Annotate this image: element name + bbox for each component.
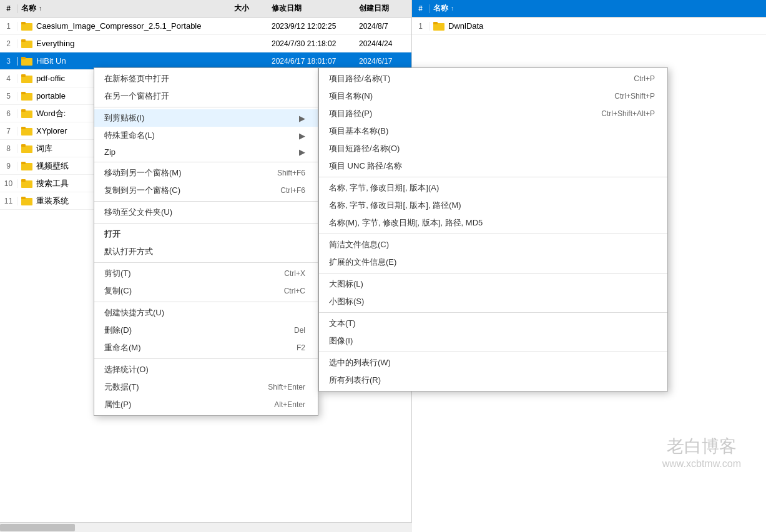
menu-item-move-parent[interactable]: 移动至父文件夹(U): [94, 204, 318, 221]
row-mod: 2024/7/30 21:18:02: [268, 39, 355, 48]
row-num: 7: [0, 127, 17, 135]
submenu-item-selected-rows[interactable]: 选中的列表行(W): [319, 354, 667, 372]
folder-icon: [21, 179, 32, 188]
menu-item-delete[interactable]: 删除(D) Del: [94, 322, 318, 339]
submenu-item-name-bytes-date-ver[interactable]: 名称, 字节, 修改日期[, 版本](A): [319, 179, 667, 197]
row-mod: 2023/9/12 12:02:25: [268, 22, 355, 31]
horizontal-scrollbar[interactable]: [0, 522, 412, 532]
submenu-arrow-icon: ▶: [299, 114, 305, 123]
clipboard-submenu: 项目路径/名称(T) Ctrl+P 项目名称(N) Ctrl+Shift+P 项…: [318, 67, 668, 392]
submenu-item-path[interactable]: 项目路径(P) Ctrl+Shift+Alt+P: [319, 105, 667, 122]
row-num: 3: [0, 57, 17, 66]
submenu-item-extended-info[interactable]: 扩展的文件信息(E): [319, 254, 667, 271]
row-num: 5: [0, 92, 17, 101]
svg-rect-18: [21, 162, 26, 164]
header-size[interactable]: 大小: [230, 3, 268, 14]
submenu-item-large-icon[interactable]: 大图标(L): [319, 275, 667, 293]
menu-item-rename[interactable]: 重命名(M) F2: [94, 339, 318, 357]
row-name: Everything: [17, 39, 230, 48]
folder-icon: [21, 91, 32, 101]
header-name[interactable]: 名称 ↑: [17, 3, 230, 14]
menu-item-properties[interactable]: 属性(P) Alt+Enter: [94, 396, 318, 413]
header-num: #: [0, 4, 17, 13]
watermark-line1: 老白博客: [662, 435, 741, 458]
header-create[interactable]: 创建日期: [355, 3, 411, 14]
submenu-item-all-rows[interactable]: 所有列表行(R): [319, 372, 667, 389]
submenu-item-path-name[interactable]: 项目路径/名称(T) Ctrl+P: [319, 70, 667, 87]
menu-item-clipboard[interactable]: 到剪贴板(I) ▶: [94, 109, 318, 127]
folder-icon: [21, 39, 32, 48]
watermark-line2: www.xcbtmw.com: [662, 458, 741, 470]
submenu-item-text[interactable]: 文本(T): [319, 315, 667, 332]
table-row[interactable]: 2 Everything 2024/7/30 21:18:02 2024/4/2…: [0, 35, 411, 52]
folder-icon: [21, 144, 32, 153]
menu-item-metadata[interactable]: 元数据(T) Shift+Enter: [94, 378, 318, 396]
submenu-arrow-icon: ▶: [299, 147, 305, 157]
submenu-item-name[interactable]: 项目名称(N) Ctrl+Shift+P: [319, 87, 667, 105]
menu-item-default-open[interactable]: 默认打开方式: [94, 243, 318, 260]
row-create: 2024/8/7: [355, 22, 411, 31]
right-header-name[interactable]: 名称 ↑: [430, 3, 766, 14]
menu-item-zip[interactable]: Zip ▶: [94, 144, 318, 160]
menu-item-select-stats[interactable]: 选择统计(O): [94, 361, 318, 378]
row-name: HiBit Un: [17, 56, 230, 66]
submenu-item-simple-info[interactable]: 简洁文件信息(C): [319, 236, 667, 254]
svg-rect-24: [433, 22, 438, 24]
row-num: 11: [0, 197, 17, 205]
context-menu: 在新标签页中打开 在另一个窗格打开 到剪贴板(I) ▶ 特殊重命名(L) ▶ Z…: [94, 67, 318, 416]
folder-icon: [21, 56, 32, 66]
submenu-item-small-icon[interactable]: 小图标(S): [319, 293, 667, 310]
svg-rect-12: [21, 109, 26, 112]
submenu-item-unc-path[interactable]: 项目 UNC 路径/名称: [319, 157, 667, 175]
scrollbar-thumb[interactable]: [0, 524, 75, 531]
menu-item-move-pane[interactable]: 移动到另一个窗格(M) Shift+F6: [94, 164, 318, 182]
submenu-item-image[interactable]: 图像(I): [319, 332, 667, 350]
left-table-header: # 名称 ↑ 大小 修改日期 创建日期: [0, 0, 411, 17]
separator: [94, 262, 318, 263]
separator: [319, 273, 667, 273]
row-num: 4: [0, 74, 17, 83]
svg-rect-14: [21, 127, 26, 129]
separator: [319, 352, 667, 352]
row-num: 9: [0, 162, 17, 170]
sort-arrow-name: ↑: [39, 5, 42, 12]
menu-item-copy[interactable]: 复制(C) Ctrl+C: [94, 282, 318, 300]
separator: [94, 201, 318, 202]
submenu-arrow-icon: ▶: [299, 131, 305, 140]
submenu-item-name-bytes-date-ver-path[interactable]: 名称, 字节, 修改日期[, 版本], 路径(M): [319, 197, 667, 214]
folder-icon: [21, 126, 32, 135]
menu-item-open-new-tab[interactable]: 在新标签页中打开: [94, 70, 318, 87]
menu-item-special-rename[interactable]: 特殊重命名(L) ▶: [94, 127, 318, 144]
row-num: 6: [0, 109, 17, 118]
right-table-header: # 名称 ↑: [412, 0, 766, 17]
submenu-item-base-name[interactable]: 项目基本名称(B): [319, 122, 667, 140]
row-num: 10: [0, 179, 17, 188]
submenu-item-short-path-name[interactable]: 项目短路径/名称(O): [319, 140, 667, 157]
row-name: Caesium_Image_Compressor_2.5.1_Portable: [17, 21, 230, 31]
folder-icon: [21, 196, 32, 205]
row-mod: 2024/6/17 18:01:07: [268, 57, 355, 66]
menu-item-open[interactable]: 打开: [94, 225, 318, 243]
separator: [94, 223, 318, 224]
folder-icon: [21, 21, 32, 31]
right-sort-arrow: ↑: [451, 5, 454, 12]
menu-item-copy-pane[interactable]: 复制到另一个窗格(C) Ctrl+F6: [94, 182, 318, 199]
menu-item-create-shortcut[interactable]: 创建快捷方式(U): [94, 304, 318, 322]
svg-rect-6: [21, 57, 26, 59]
svg-rect-2: [21, 22, 26, 24]
separator: [94, 107, 318, 107]
separator: [94, 358, 318, 359]
table-row[interactable]: 1 Caesium_Image_Compressor_2.5.1_Portabl…: [0, 17, 411, 35]
right-table-row[interactable]: 1 DwnlData: [412, 17, 766, 35]
svg-rect-4: [21, 39, 26, 42]
watermark: 老白博客 www.xcbtmw.com: [662, 435, 741, 470]
menu-item-open-other-pane[interactable]: 在另一个窗格打开: [94, 87, 318, 105]
submenu-item-name-bytes-date-ver-path-md5[interactable]: 名称(M), 字节, 修改日期[, 版本], 路径, MD5: [319, 214, 667, 232]
folder-icon: [433, 21, 444, 31]
separator: [94, 162, 318, 162]
header-mod[interactable]: 修改日期: [268, 3, 355, 14]
menu-item-cut[interactable]: 剪切(T) Ctrl+X: [94, 265, 318, 282]
right-header-num: #: [412, 4, 430, 13]
separator: [94, 302, 318, 302]
right-row-num: 1: [412, 22, 430, 31]
